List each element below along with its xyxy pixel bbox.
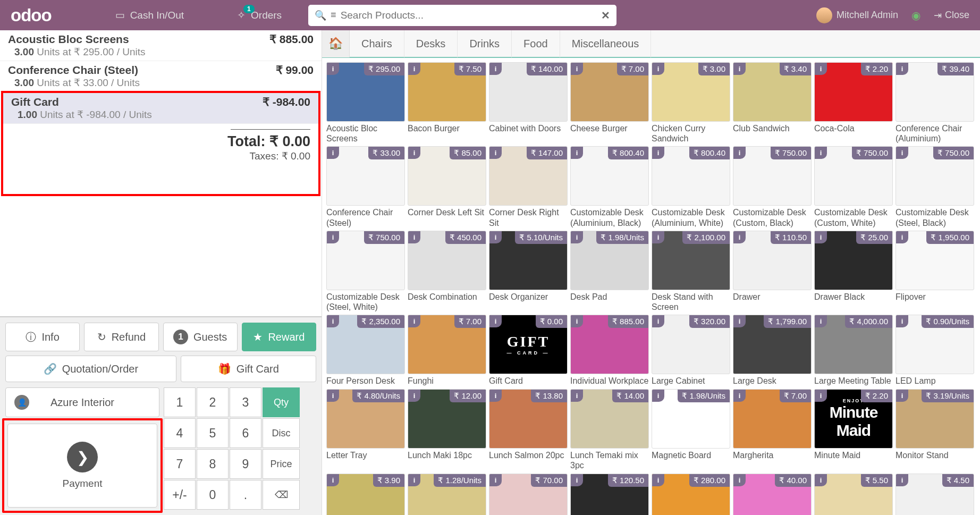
info-icon[interactable]: i [815, 147, 827, 159]
info-icon[interactable]: i [408, 315, 420, 327]
product-card[interactable]: i₹ 4.80/UnitsLetter Tray [326, 389, 405, 470]
num-4[interactable]: 4 [164, 418, 196, 448]
info-icon[interactable]: i [489, 390, 502, 402]
payment-button[interactable]: ❯ Payment [7, 424, 157, 508]
info-icon[interactable]: i [652, 231, 664, 243]
product-card[interactable]: i₹ 110.50Drawer [733, 231, 812, 312]
info-icon[interactable]: i [815, 63, 827, 75]
backspace-button[interactable]: ⌫ [263, 480, 300, 510]
num-3[interactable]: 3 [230, 387, 261, 417]
info-icon[interactable]: i [896, 474, 908, 486]
info-icon[interactable]: i [489, 474, 502, 486]
num-plusminus[interactable]: +/- [164, 480, 196, 510]
category-tab[interactable]: Drinks [458, 30, 512, 57]
refund-button[interactable]: ↻Refund [84, 323, 158, 351]
info-icon[interactable]: i [408, 390, 420, 402]
product-card[interactable]: i₹ 450.00Desk Combination [408, 231, 486, 312]
info-icon[interactable]: i [733, 231, 746, 243]
num-5[interactable]: 5 [197, 418, 229, 448]
product-card[interactable]: i₹ 3.90 [326, 474, 405, 516]
info-icon[interactable]: i [327, 231, 339, 243]
info-icon[interactable]: i [408, 63, 420, 75]
num-0[interactable]: 0 [197, 480, 229, 510]
info-icon[interactable]: i [571, 231, 583, 243]
reward-button[interactable]: ★Reward [242, 323, 316, 351]
orders-button[interactable]: ✧ 1 Orders [237, 9, 282, 21]
close-button[interactable]: ⇥ Close [934, 10, 969, 21]
info-icon[interactable]: i [489, 63, 502, 75]
product-card[interactable]: i₹ 3.00Chicken Curry Sandwich [652, 62, 730, 143]
info-icon[interactable]: i [408, 474, 420, 486]
product-card[interactable]: i₹ 33.00Conference Chair (Steel) [326, 146, 405, 227]
product-card[interactable]: i₹ 295.00Acoustic Bloc Screens [326, 62, 405, 143]
product-card[interactable]: i₹ 140.00Cabinet with Doors [489, 62, 568, 143]
product-card[interactable]: i₹ 25.00Drawer Black [814, 231, 893, 312]
product-card[interactable]: i₹ 14.00Lunch Temaki mix 3pc [570, 389, 649, 470]
info-icon[interactable]: i [652, 63, 664, 75]
product-card[interactable]: i₹ 750.00Customizable Desk (Steel, White… [326, 231, 405, 312]
info-icon[interactable]: i [571, 474, 583, 486]
info-icon[interactable]: i [327, 63, 339, 75]
product-card[interactable]: i₹ 2,100.00Desk Stand with Screen [652, 231, 730, 312]
info-icon[interactable]: i [489, 147, 502, 159]
search-input[interactable] [341, 10, 597, 21]
category-tab[interactable]: Food [512, 30, 560, 57]
info-icon[interactable]: i [896, 147, 908, 159]
product-card[interactable]: i₹ 0.00GIFT— CARD —Gift Card [489, 315, 568, 386]
product-card[interactable]: i₹ 1,950.00Flipover [895, 231, 974, 312]
product-card[interactable]: i₹ 750.00Customizable Desk (Steel, Black… [895, 146, 974, 227]
order-line-selected[interactable]: Gift Card₹ -984.00 1.00 Units at ₹ -984.… [3, 93, 318, 124]
num-2[interactable]: 2 [197, 387, 229, 417]
info-icon[interactable]: i [815, 231, 827, 243]
info-icon[interactable]: i [327, 315, 339, 327]
product-card[interactable]: i₹ 147.00Corner Desk Right Sit [489, 146, 568, 227]
product-card[interactable]: i₹ 1.98/UnitsMagnetic Board [652, 389, 730, 470]
info-icon[interactable]: i [408, 147, 420, 159]
product-card[interactable]: i₹ 800.40Customizable Desk (Aluminium, B… [570, 146, 649, 227]
giftcard-button[interactable]: 🎁Gift Card [181, 356, 316, 382]
info-icon[interactable]: i [327, 390, 339, 402]
product-card[interactable]: i₹ 1.98/UnitsDesk Pad [570, 231, 649, 312]
product-card[interactable]: i₹ 3.40Club Sandwich [733, 62, 812, 143]
info-icon[interactable]: i [815, 474, 827, 486]
product-card[interactable]: i₹ 800.40Customizable Desk (Aluminium, W… [652, 146, 730, 227]
product-card[interactable]: i₹ 2,350.00Four Person Desk [326, 315, 405, 386]
product-card[interactable]: i₹ 4,000.00Large Meeting Table [814, 315, 893, 386]
info-button[interactable]: ⓘInfo [5, 323, 80, 351]
product-card[interactable]: i₹ 5.10/UnitsDesk Organizer [489, 231, 568, 312]
product-card[interactable]: i₹ 7.50Bacon Burger [408, 62, 486, 143]
info-icon[interactable]: i [652, 390, 664, 402]
info-icon[interactable]: i [571, 315, 583, 327]
product-card[interactable]: i₹ 1,799.00Large Desk [733, 315, 812, 386]
product-card[interactable]: i₹ 120.50Office Design [570, 474, 649, 516]
product-card[interactable]: i₹ 1.28/Units [408, 474, 486, 516]
num-dot[interactable]: . [230, 480, 261, 510]
info-icon[interactable]: i [489, 231, 502, 243]
info-icon[interactable]: i [815, 390, 827, 402]
info-icon[interactable]: i [733, 147, 746, 159]
guests-button[interactable]: 1Guests [163, 323, 238, 351]
product-card[interactable]: i₹ 7.00Cheese Burger [570, 62, 649, 143]
product-card[interactable]: i₹ 885.00Individual Workplace [570, 315, 649, 386]
product-card[interactable]: i₹ 39.40Conference Chair (Aluminium) [895, 62, 974, 143]
product-card[interactable]: i₹ 40.00 [733, 474, 812, 516]
info-icon[interactable]: i [571, 147, 583, 159]
info-icon[interactable]: i [489, 315, 502, 327]
product-card[interactable]: i₹ 7.00Margherita [733, 389, 812, 470]
product-card[interactable]: i₹ 70.00 [489, 474, 568, 516]
info-icon[interactable]: i [896, 231, 908, 243]
product-card[interactable]: i₹ 3.19/UnitsMonitor Stand [895, 389, 974, 470]
product-card[interactable]: i₹ 13.80Lunch Salmon 20pc [489, 389, 568, 470]
customer-button[interactable]: 👤 Azure Interior [5, 387, 159, 417]
order-line[interactable]: Conference Chair (Steel)₹ 99.00 3.00 Uni… [0, 61, 322, 92]
product-card[interactable]: i₹ 85.00Corner Desk Left Sit [408, 146, 486, 227]
num-6[interactable]: 6 [230, 418, 261, 448]
disc-button[interactable]: Disc [263, 418, 300, 448]
product-card[interactable]: i₹ 750.00Customizable Desk (Custom, Blac… [733, 146, 812, 227]
info-icon[interactable]: i [652, 474, 664, 486]
category-tab[interactable]: Desks [404, 30, 458, 57]
product-card[interactable]: i₹ 7.00Funghi [408, 315, 486, 386]
num-8[interactable]: 8 [197, 449, 229, 479]
quotation-button[interactable]: 🔗Quotation/Order [5, 356, 176, 382]
product-card[interactable]: i₹ 750.00Customizable Desk (Custom, Whit… [814, 146, 893, 227]
